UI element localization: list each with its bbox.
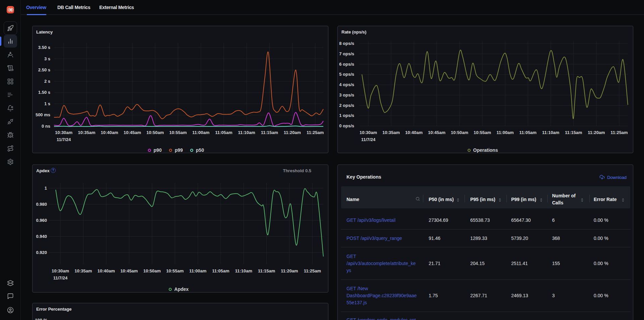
svg-text:11:20am: 11:20am <box>588 130 605 135</box>
svg-text:11:25am: 11:25am <box>610 130 628 135</box>
svg-text:0 ops/s: 0 ops/s <box>339 123 354 128</box>
svg-text:11:15am: 11:15am <box>258 268 275 273</box>
svg-text:500 ms: 500 ms <box>36 112 50 117</box>
svg-text:11:15am: 11:15am <box>261 130 278 135</box>
svg-text:100 %: 100 % <box>35 318 47 320</box>
svg-text:4 ops/s: 4 ops/s <box>339 82 354 87</box>
svg-text:10:35am: 10:35am <box>78 130 95 135</box>
svg-text:3 s: 3 s <box>44 56 50 61</box>
svg-text:2 ops/s: 2 ops/s <box>339 103 354 108</box>
svg-text:10:40am: 10:40am <box>98 268 115 273</box>
svg-text:11:00am: 11:00am <box>189 268 206 273</box>
svg-text:1: 1 <box>45 186 47 191</box>
svg-text:1 s: 1 s <box>44 101 50 106</box>
svg-text:10:35am: 10:35am <box>74 268 92 273</box>
svg-text:11:20am: 11:20am <box>281 268 298 273</box>
svg-text:1.50 s: 1.50 s <box>38 90 50 95</box>
svg-text:11/7/24: 11/7/24 <box>53 275 68 280</box>
svg-text:10:45am: 10:45am <box>428 130 445 135</box>
svg-text:1 ops/s: 1 ops/s <box>339 113 354 118</box>
svg-text:11:15am: 11:15am <box>565 130 582 135</box>
svg-text:10:40am: 10:40am <box>405 130 423 135</box>
svg-text:7 ops/s: 7 ops/s <box>339 51 354 56</box>
svg-text:11:05am: 11:05am <box>215 130 232 135</box>
svg-text:10:35am: 10:35am <box>382 130 400 135</box>
svg-text:10:30am: 10:30am <box>360 130 377 135</box>
svg-text:10:50am: 10:50am <box>147 130 164 135</box>
svg-text:11:05am: 11:05am <box>212 268 229 273</box>
svg-text:11/7/24: 11/7/24 <box>361 137 376 142</box>
svg-text:11:25am: 11:25am <box>304 268 321 273</box>
svg-text:11:10am: 11:10am <box>542 130 559 135</box>
svg-text:11:05am: 11:05am <box>519 130 536 135</box>
svg-text:11:20am: 11:20am <box>284 130 301 135</box>
svg-text:10:55am: 10:55am <box>169 130 187 135</box>
svg-text:11:10am: 11:10am <box>238 130 255 135</box>
svg-text:0.980: 0.980 <box>36 202 47 207</box>
svg-text:11:00am: 11:00am <box>496 130 514 135</box>
svg-text:10:30am: 10:30am <box>55 130 72 135</box>
svg-text:10:50am: 10:50am <box>143 268 161 273</box>
svg-text:11/7/24: 11/7/24 <box>57 137 71 142</box>
svg-text:6 ops/s: 6 ops/s <box>339 62 354 67</box>
svg-text:10:50am: 10:50am <box>451 130 468 135</box>
svg-text:0 ns: 0 ns <box>42 124 50 129</box>
svg-text:3.50 s: 3.50 s <box>38 45 50 50</box>
svg-text:0.960: 0.960 <box>36 218 47 223</box>
svg-text:0.920: 0.920 <box>36 250 47 255</box>
svg-text:10:40am: 10:40am <box>101 130 118 135</box>
svg-text:10:45am: 10:45am <box>120 268 138 273</box>
svg-text:5 ops/s: 5 ops/s <box>339 72 354 77</box>
svg-text:11:10am: 11:10am <box>235 268 252 273</box>
svg-text:3 ops/s: 3 ops/s <box>339 92 354 98</box>
svg-text:11:25am: 11:25am <box>307 130 324 135</box>
svg-text:0.940: 0.940 <box>36 234 47 239</box>
svg-text:10:30am: 10:30am <box>52 268 69 273</box>
svg-text:2.50 s: 2.50 s <box>38 67 50 72</box>
svg-text:10:55am: 10:55am <box>474 130 491 135</box>
svg-text:10:45am: 10:45am <box>123 130 141 135</box>
svg-text:2 s: 2 s <box>44 79 50 84</box>
svg-text:8 ops/s: 8 ops/s <box>339 41 354 46</box>
svg-text:10:55am: 10:55am <box>166 268 183 273</box>
svg-text:11:00am: 11:00am <box>192 130 209 135</box>
